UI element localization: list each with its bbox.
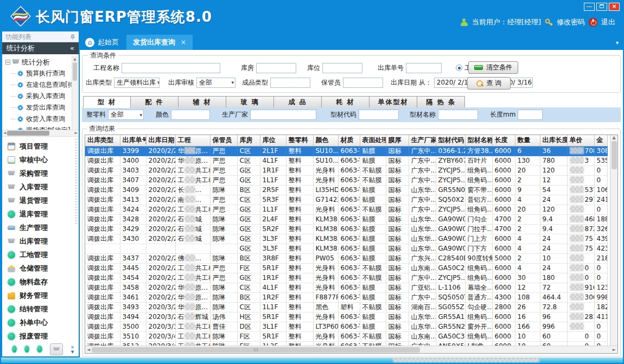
table-row[interactable]: 调拨出库 3445 2020/2/27 工共工程 严思 F区 5R1F 整料 光 [85, 263, 607, 273]
column-header[interactable]: 膜厚 [386, 135, 409, 146]
search-button[interactable]: 查 询 [467, 77, 511, 90]
overflow-chevron[interactable]: »▾ [71, 344, 74, 354]
tab-outbound-query[interactable]: 发货出库查询 × [126, 35, 193, 50]
table-row[interactable]: 调拨出库 3407 2020/2/25 工共工程 严思 G区 1L1F 整料 光 [85, 175, 607, 185]
column-header[interactable]: 生产厂家 [409, 135, 436, 146]
table-row[interactable]: 调拨出库 3458 2020/2/28 华原... 陈琳 C区 4L1F 整料 [85, 283, 607, 292]
footer-circle-icon[interactable] [12, 346, 17, 353]
change-password-link[interactable]: 修改密码 [557, 17, 585, 27]
column-header[interactable]: 出库类型 [85, 135, 120, 146]
table-row[interactable]: 调拨出库 3424 2020/2/26 工共工程 严思 G区 1L1F 整料 光 [85, 205, 607, 214]
table-row[interactable]: 调拨出库 3430 2020/2/26 石城 陈琳 G区 3L3F 整料 KLM [85, 234, 607, 244]
tree-vertical-scrollbar[interactable]: ▲ [72, 56, 78, 130]
collapse-icon[interactable]: « [70, 42, 74, 54]
tab-close-icon[interactable]: × [181, 39, 186, 46]
table-row[interactable]: 调拨出库 3409 2020/2/25 长... 陈琳 B区 2R5F 整料 L [85, 185, 607, 195]
table-row[interactable]: 调拨出库 3437 2020/2/27 佛... 陈琳 B区 3R8F 整料 P [85, 253, 607, 263]
material-tab[interactable]: 辅 材 [179, 96, 226, 108]
table-row[interactable]: 调拨出库 3510 2020/3/4 工共工程 陈琳 F区 5R1F 整料 光身 [85, 331, 607, 341]
column-header[interactable]: 型材代码 [436, 135, 465, 146]
tree-expander-icon[interactable] [5, 60, 10, 65]
tree-horizontal-scrollbar[interactable]: ◄► [2, 130, 79, 137]
material-tab[interactable]: 耗 材 [322, 96, 370, 108]
sidebar-menu-item[interactable]: 物料盘存 [8, 276, 79, 289]
project-name-input[interactable] [122, 63, 220, 73]
tree-item[interactable]: 预算执行查询 [5, 68, 71, 79]
tree-item[interactable]: 退货查询[待定] [5, 125, 71, 130]
keeper-input[interactable] [343, 78, 383, 88]
column-header[interactable]: 数量 [515, 135, 540, 146]
pin-icon[interactable] [70, 34, 75, 40]
profile-code-input[interactable] [359, 110, 399, 120]
color-input[interactable] [171, 110, 210, 120]
sidebar-menu-item[interactable]: 生产管理 [8, 221, 79, 235]
factory-input[interactable] [250, 110, 316, 120]
order-no-input[interactable] [406, 63, 442, 73]
sidebar-menu-item[interactable]: 报废管理 [8, 330, 79, 343]
material-tab[interactable]: 隔 热 条 [417, 96, 465, 108]
outbound-audit-select[interactable]: 全部▾ [196, 78, 235, 88]
table-row[interactable]: 调拨出库 3428 2020/2/26 石城 陈琳 G区 2L4F 整料 KLM [85, 214, 607, 224]
tree-item[interactable]: 在途信息查询[待 [5, 79, 71, 91]
column-header[interactable]: 出库单号 [120, 135, 146, 146]
footer-circle-icon[interactable] [24, 346, 29, 353]
sidebar-menu-item[interactable]: 工地管理 [8, 248, 79, 262]
table-row[interactable]: 调拨出库 3461 2020/2/28 华原... 陈琳 B区 1R2F 整料 [85, 292, 607, 302]
whole-part-select[interactable]: 全部▾ [108, 110, 144, 120]
tree-root-statistics[interactable]: 统计分析 [5, 56, 71, 68]
grid-vertical-scrollbar[interactable]: ▲ [610, 135, 617, 346]
table-row[interactable]: G区 3L3F 整料 KLM3817 6063-T5 贴膜 国标 山东华... [85, 244, 607, 253]
sidebar-menu-item[interactable]: 项目管理 [8, 140, 79, 154]
location-input[interactable] [322, 63, 362, 73]
warehouse-input[interactable] [256, 63, 296, 73]
product-type-input[interactable] [270, 78, 310, 88]
table-row[interactable]: 调拨出库 3493 2020/3/2 华原... 陈琳 C区 1L1F 整料 黑 [85, 302, 607, 312]
sidebar-menu-item[interactable]: 结转管理 [8, 303, 79, 316]
profile-name-input[interactable] [438, 110, 478, 120]
tab-home[interactable]: ⌂ 起始页 [80, 35, 126, 50]
tree-item[interactable]: 收货入库查询 [5, 113, 71, 125]
column-header[interactable]: 出库日期 [146, 135, 175, 146]
material-tab[interactable]: 单体型材 [370, 96, 417, 108]
table-row[interactable]: 调拨出库 3500 2020/3/3 工共工程 曹佳 D区 3L1F 整料 LT [85, 322, 607, 331]
column-header[interactable]: 整零料 [286, 135, 313, 146]
table-row[interactable]: 调拨出库 3512 2020/3/4 工共工程 陈琳 F区 1L2F 整料 光身 [85, 341, 607, 346]
column-header[interactable]: 库房 [237, 135, 260, 146]
sidebar-menu-item[interactable]: 出库管理 [8, 235, 79, 248]
tree-item[interactable]: 发货出库查询 [5, 102, 71, 113]
table-row[interactable]: 调拨出库 3413 2020/2/26 南... 严思 C区 5R3F 整料 G [85, 195, 607, 205]
table-row[interactable]: 调拨出库 3494 2020/3/2 石辉城 汤伟 H区 5R1F 整料 光身料 [85, 312, 607, 322]
table-row[interactable]: 调拨出库 3399 2020/2/25 华原... 严思 C区 2L1F 整料 [85, 146, 607, 156]
clear-conditions-button[interactable]: 清空条件 [468, 61, 518, 74]
tree-item[interactable]: 采购入库查询 [5, 91, 71, 102]
sidebar-scrollbar[interactable] [75, 139, 78, 226]
column-header[interactable]: 保管员 [210, 135, 237, 146]
sidebar-menu-item[interactable]: 采购管理 [8, 167, 79, 181]
sidebar-menu-item[interactable]: 审核中心 [8, 154, 79, 167]
sidebar-menu-item[interactable]: 仓储管理 [8, 262, 79, 276]
table-row[interactable]: 调拨出库 3400 2020/2/25 华原... 严思 C区 4L1F 整料 [85, 156, 607, 165]
minimize-button[interactable]: — [584, 3, 595, 11]
sidebar-menu-item[interactable]: 补单中心 [8, 316, 79, 330]
maximize-button[interactable] [596, 3, 607, 11]
sidebar-menu-item[interactable]: 退库管理 [8, 208, 79, 221]
material-tab[interactable]: 配 件 [131, 96, 179, 108]
footer-cart-button[interactable] [50, 343, 63, 355]
table-row[interactable]: 调拨出库 3403 2020/2/25 工共工程 严思 G区 1R1F 整料 光 [85, 165, 607, 175]
column-header[interactable]: 表面处理 [360, 135, 386, 146]
table-row[interactable]: 调拨出库 3454 2020/2/28 工共工程 严思 G区 1R1F 整料 光 [85, 273, 607, 283]
logout-link[interactable]: 退出 [601, 17, 615, 27]
sidebar-menu-item[interactable]: 财务管理 [8, 289, 79, 303]
column-header[interactable]: 单价 [567, 135, 594, 146]
column-header[interactable]: 型材名称 [465, 135, 492, 146]
column-header[interactable]: 出库长度 [540, 135, 567, 146]
column-header[interactable]: 长度 [492, 135, 515, 146]
tab-list-dropdown-icon[interactable]: ▾ [616, 40, 619, 46]
column-header[interactable]: 库位 [260, 135, 286, 146]
material-tab[interactable]: 成 品 [274, 96, 322, 108]
column-header[interactable]: 工程 [175, 135, 210, 146]
column-header[interactable]: 材质 [338, 135, 360, 146]
footer-circle-icon[interactable] [37, 346, 42, 353]
table-row[interactable]: 调拨出库 3429 2020/2/26 石城 陈琳 G区 5R2F 整料 KLM [85, 224, 607, 234]
grid-horizontal-scrollbar[interactable]: ◄ ► [85, 346, 617, 353]
